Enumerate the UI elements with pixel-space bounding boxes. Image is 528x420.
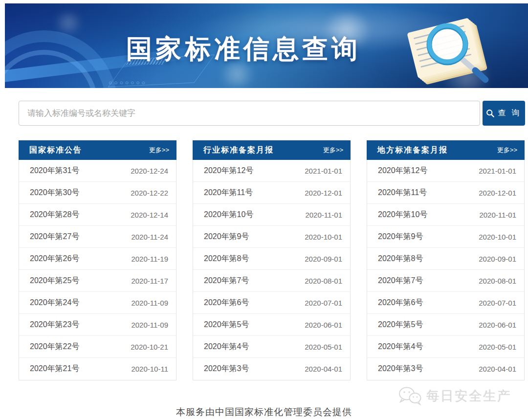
list-item-name: 2020年第10号 <box>378 210 427 220</box>
list-item[interactable]: 2020年第7号 2020-08-01 <box>367 270 524 292</box>
list-item-date: 2021-01-01 <box>479 167 516 175</box>
panel-title: 地方标准备案月报 <box>377 145 448 155</box>
list-item[interactable]: 2020年第9号 2020-10-01 <box>193 226 350 248</box>
list-item[interactable]: 2020年第8号 2020-09-01 <box>193 248 350 270</box>
list-item-date: 2020-09-01 <box>479 255 516 263</box>
list-item-name: 2020年第7号 <box>204 276 249 286</box>
list-item-date: 2020-11-01 <box>479 211 516 219</box>
list-item[interactable]: 2020年第10号 2020-11-01 <box>367 204 524 226</box>
more-link[interactable]: 更多>> <box>323 146 343 155</box>
list-item-name: 2020年第12号 <box>378 166 427 176</box>
list-item-date: 2020-06-01 <box>305 321 342 329</box>
page-title: 国家标准信息查询 <box>126 32 361 67</box>
list-item[interactable]: 2020年第6号 2020-07-01 <box>367 292 524 314</box>
more-link[interactable]: 更多>> <box>497 146 517 155</box>
panel-header: 地方标准备案月报 更多>> <box>367 140 525 160</box>
list-item-date: 2020-04-01 <box>479 365 516 373</box>
search-button[interactable]: 查 询 <box>483 101 525 126</box>
list-item-date: 2020-04-01 <box>305 365 342 373</box>
list-item[interactable]: 2020年第4号 2020-05-01 <box>193 336 350 358</box>
banner-dots-decoration: ○○○○○○○ <box>109 79 147 86</box>
search-icon <box>486 109 494 117</box>
list-item-date: 2020-12-22 <box>131 189 168 197</box>
list-item[interactable]: 2020年第3号 2020-04-01 <box>193 358 350 380</box>
list-item[interactable]: 2020年第22号 2020-10-21 <box>19 336 176 358</box>
list-item-name: 2020年第8号 <box>204 254 249 264</box>
list-item-name: 2020年第6号 <box>378 298 423 308</box>
list-item[interactable]: 2020年第8号 2020-09-01 <box>367 248 524 270</box>
list-item[interactable]: 2020年第30号 2020-12-22 <box>19 182 176 204</box>
list-item[interactable]: 2020年第25号 2020-11-17 <box>19 270 176 292</box>
panel-industry-monthly: 行业标准备案月报 更多>> 2020年第12号 2021-01-01 2020年… <box>193 140 351 380</box>
list-item[interactable]: 2020年第27号 2020-11-24 <box>19 226 176 248</box>
panel-title: 国家标准公告 <box>29 145 82 155</box>
list-item[interactable]: 2020年第21号 2020-10-11 <box>19 358 176 380</box>
search-input[interactable] <box>19 101 480 126</box>
panel-national-announcements: 国家标准公告 更多>> 2020年第31号 2020-12-24 2020年第3… <box>19 140 176 380</box>
list-item[interactable]: 2020年第5号 2020-06-01 <box>193 314 350 336</box>
list-item[interactable]: 2020年第5号 2020-06-01 <box>367 314 524 336</box>
list-item[interactable]: 2020年第23号 2020-11-09 <box>19 314 176 336</box>
list-item[interactable]: 2020年第6号 2020-07-01 <box>193 292 350 314</box>
list-item[interactable]: 2020年第10号 2020-11-01 <box>193 204 350 226</box>
list-item[interactable]: 2020年第12号 2021-01-01 <box>367 160 524 182</box>
list-item-date: 2021-01-01 <box>305 167 342 175</box>
list-item-date: 2020-11-24 <box>131 233 168 241</box>
panel-header: 行业标准备案月报 更多>> <box>193 140 351 160</box>
panel-list: 2020年第12号 2021-01-01 2020年第11号 2020-12-0… <box>367 160 525 380</box>
search-button-label: 查 询 <box>498 108 521 118</box>
list-item[interactable]: 2020年第11号 2020-12-01 <box>193 182 350 204</box>
list-item-name: 2020年第5号 <box>378 320 423 330</box>
list-item-name: 2020年第5号 <box>204 320 249 330</box>
panel-local-monthly: 地方标准备案月报 更多>> 2020年第12号 2021-01-01 2020年… <box>367 140 525 380</box>
list-item[interactable]: 2020年第3号 2020-04-01 <box>367 358 524 380</box>
list-item-date: 2020-11-01 <box>305 211 342 219</box>
list-item-date: 2020-12-01 <box>479 189 516 197</box>
list-item-name: 2020年第11号 <box>378 188 427 198</box>
list-item-name: 2020年第12号 <box>204 166 253 176</box>
banner-glow-decoration <box>51 12 86 34</box>
footer-provider-text: 本服务由中国国家标准化管理委员会提供 <box>0 406 528 419</box>
watermark: 每日安全生产 <box>397 386 511 406</box>
list-item-date: 2020-07-01 <box>305 299 342 307</box>
list-item[interactable]: 2020年第31号 2020-12-24 <box>19 160 176 182</box>
list-item-name: 2020年第26号 <box>30 254 79 264</box>
list-item-date: 2020-12-24 <box>131 167 168 175</box>
list-item-name: 2020年第31号 <box>30 166 79 176</box>
list-item-name: 2020年第21号 <box>30 364 79 374</box>
list-item[interactable]: 2020年第11号 2020-12-01 <box>367 182 524 204</box>
list-item-date: 2020-12-14 <box>131 211 168 219</box>
list-item[interactable]: 2020年第28号 2020-12-14 <box>19 204 176 226</box>
list-item-name: 2020年第25号 <box>30 276 79 286</box>
list-item-name: 2020年第27号 <box>30 232 79 242</box>
list-item-name: 2020年第3号 <box>204 364 249 374</box>
list-item-date: 2020-11-19 <box>131 255 168 263</box>
panel-list: 2020年第12号 2021-01-01 2020年第11号 2020-12-0… <box>193 160 351 380</box>
list-item-date: 2020-05-01 <box>305 343 342 351</box>
list-item[interactable]: 2020年第4号 2020-05-01 <box>367 336 524 358</box>
list-item-name: 2020年第4号 <box>378 342 423 352</box>
bulletin-panels: 国家标准公告 更多>> 2020年第31号 2020-12-24 2020年第3… <box>19 140 528 380</box>
list-item[interactable]: 2020年第9号 2020-10-01 <box>367 226 524 248</box>
list-item-name: 2020年第4号 <box>204 342 249 352</box>
search-bar: 查 询 <box>19 101 525 126</box>
list-item-name: 2020年第7号 <box>378 276 423 286</box>
list-item-name: 2020年第22号 <box>30 342 79 352</box>
more-link[interactable]: 更多>> <box>149 146 169 155</box>
list-item-date: 2020-08-01 <box>305 277 342 285</box>
list-item-date: 2020-12-01 <box>305 189 342 197</box>
list-item-date: 2020-07-01 <box>479 299 516 307</box>
list-item-date: 2020-10-21 <box>131 343 168 351</box>
banner: ○○○○○○○ 国家标准信息查询 <box>5 3 528 88</box>
list-item[interactable]: 2020年第12号 2021-01-01 <box>193 160 350 182</box>
list-item[interactable]: 2020年第7号 2020-08-01 <box>193 270 350 292</box>
list-item-name: 2020年第24号 <box>30 298 79 308</box>
list-item-name: 2020年第23号 <box>30 320 79 330</box>
list-item-date: 2020-05-01 <box>479 343 516 351</box>
list-item-date: 2020-08-01 <box>479 277 516 285</box>
list-item-date: 2020-11-09 <box>131 321 168 329</box>
panel-title: 行业标准备案月报 <box>203 145 274 155</box>
list-item[interactable]: 2020年第26号 2020-11-19 <box>19 248 176 270</box>
list-item[interactable]: 2020年第24号 2020-11-09 <box>19 292 176 314</box>
panel-list: 2020年第31号 2020-12-24 2020年第30号 2020-12-2… <box>19 160 176 380</box>
